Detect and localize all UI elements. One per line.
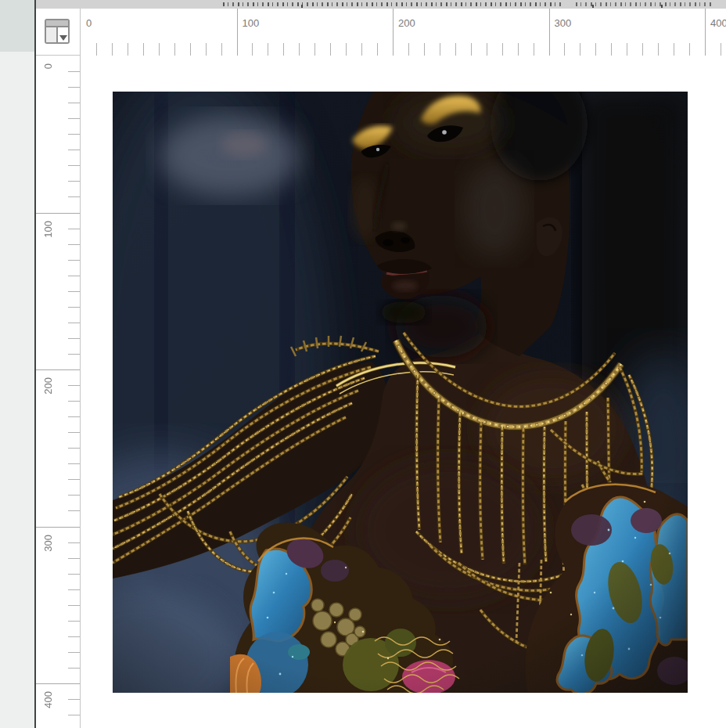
ruler-major-tick [36, 369, 80, 370]
ruler-minor-tick [143, 43, 144, 56]
ruler-vertical[interactable]: 0100200300400 [36, 56, 81, 728]
ruler-minor-tick [68, 260, 80, 261]
ruler-label: 100 [43, 221, 53, 238]
ruler-minor-tick [68, 118, 80, 119]
ruler-minor-tick [128, 43, 128, 56]
ruler-minor-tick [68, 307, 80, 308]
ruler-minor-tick [346, 43, 347, 56]
image-editor-window: 0100200300400 0100200300400 [0, 0, 726, 728]
ruler-minor-tick [68, 495, 80, 496]
ruler-minor-tick [580, 43, 580, 56]
ruler-widget-cell [58, 27, 68, 42]
ruler-minor-tick [68, 542, 80, 543]
ruler-minor-tick [674, 43, 674, 56]
ruler-label: 200 [43, 377, 53, 395]
ruler-minor-tick [68, 636, 80, 637]
ruler-corner [36, 9, 81, 56]
clipped-title-text [301, 5, 303, 8]
ruler-minor-tick [68, 605, 80, 606]
ruler-minor-tick [68, 668, 80, 669]
ruler-minor-tick [68, 558, 80, 559]
ruler-minor-tick [658, 43, 659, 56]
ruler-minor-tick [534, 43, 534, 56]
clipped-title-text [592, 5, 594, 8]
ruler-widget-header [46, 20, 68, 27]
ruler-label: 400 [710, 18, 726, 28]
ruler-label: 100 [243, 18, 260, 28]
ruler-minor-tick [68, 150, 80, 150]
clipped-title-text [661, 5, 663, 8]
ruler-horizontal[interactable]: 0100200300400 [81, 9, 726, 56]
ruler-minor-tick [68, 338, 80, 339]
ruler-label: 400 [43, 691, 53, 708]
ruler-minor-tick [68, 71, 80, 72]
ruler-major-tick [237, 9, 238, 56]
ruler-minor-tick [68, 134, 80, 135]
ruler-major-tick [705, 9, 706, 56]
ruler-minor-tick [252, 43, 253, 56]
photo-artwork: .u{stroke:#50390f;stroke-width:4.4;fill:… [113, 92, 688, 693]
ruler-minor-tick [68, 87, 80, 88]
ruler-minor-tick [68, 510, 80, 511]
ruler-minor-tick [611, 43, 612, 56]
ruler-minor-tick [68, 291, 80, 292]
ruler-minor-tick [68, 244, 80, 245]
ruler-label: 0 [43, 63, 53, 69]
clipped-title-text [576, 2, 713, 6]
ruler-minor-tick [96, 43, 97, 56]
ruler-major-tick [549, 9, 550, 56]
ruler-major-tick [36, 213, 80, 214]
ruler-label: 0 [86, 18, 92, 28]
ruler-minor-tick [627, 43, 627, 56]
ruler-minor-tick [68, 448, 80, 449]
ruler-minor-tick [68, 103, 80, 103]
ruler-minor-tick [721, 43, 721, 56]
ruler-options-button[interactable] [45, 19, 70, 44]
ruler-minor-tick [68, 652, 80, 653]
ruler-minor-tick [112, 43, 113, 56]
ruler-minor-tick [518, 43, 519, 56]
ruler-minor-tick [564, 43, 565, 56]
ruler-minor-tick [471, 43, 472, 56]
ruler-minor-tick [68, 432, 80, 433]
ruler-minor-tick [502, 43, 503, 56]
ruler-minor-tick [68, 323, 80, 323]
clipped-title-text [223, 2, 564, 6]
chevron-down-icon [59, 35, 67, 41]
ruler-minor-tick [68, 699, 80, 700]
ruler-widget-cell [46, 27, 58, 42]
ruler-minor-tick [68, 401, 80, 402]
ruler-major-tick [393, 9, 394, 56]
ruler-minor-tick [689, 43, 690, 56]
ruler-minor-tick [283, 43, 284, 56]
ruler-minor-tick [68, 354, 80, 355]
ruler-minor-tick [595, 43, 596, 56]
ruler-minor-tick [68, 181, 80, 182]
ruler-minor-tick [424, 43, 425, 56]
ruler-minor-tick [330, 43, 331, 56]
ruler-minor-tick [68, 196, 80, 197]
ruler-minor-tick [68, 229, 80, 229]
ruler-minor-tick [377, 43, 378, 56]
ruler-minor-tick [159, 43, 160, 56]
ruler-label: 300 [555, 18, 572, 28]
ruler-minor-tick [314, 43, 315, 56]
ruler-minor-tick [408, 43, 409, 56]
ruler-label: 300 [43, 535, 53, 552]
ruler-minor-tick [68, 463, 80, 464]
ruler-minor-tick [487, 43, 487, 56]
ruler-minor-tick [190, 43, 191, 56]
ruler-major-tick [36, 683, 80, 684]
ruler-minor-tick [440, 43, 440, 56]
ruler-minor-tick [68, 574, 80, 575]
window-titlebar-clipped[interactable] [36, 0, 726, 9]
ruler-minor-tick [642, 43, 643, 56]
photo-layer[interactable]: .u{stroke:#50390f;stroke-width:4.4;fill:… [113, 92, 688, 693]
panel-edge-top [0, 0, 34, 52]
ruler-minor-tick [68, 715, 80, 715]
document-canvas[interactable]: .u{stroke:#50390f;stroke-width:4.4;fill:… [81, 56, 726, 728]
ruler-minor-tick [68, 589, 80, 590]
ruler-minor-tick [206, 43, 207, 56]
ruler-minor-tick [268, 43, 268, 56]
ruler-minor-tick [68, 479, 80, 480]
